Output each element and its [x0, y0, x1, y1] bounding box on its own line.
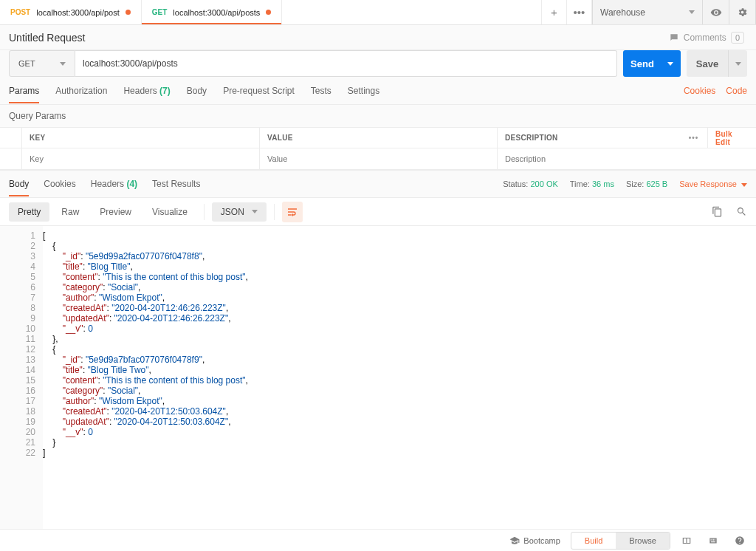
- time-value: 36 ms: [592, 179, 614, 188]
- wrap-lines-icon[interactable]: [282, 202, 303, 222]
- method-badge: POST: [10, 8, 30, 16]
- chevron-down-icon: [735, 62, 741, 66]
- query-params-title: Query Params: [0, 105, 756, 127]
- unsaved-dot-icon: [266, 10, 271, 15]
- save-response-button[interactable]: Save Response: [679, 179, 747, 188]
- tab-tests[interactable]: Tests: [311, 78, 331, 103]
- comments-count: 0: [731, 32, 744, 44]
- environment-quicklook-button[interactable]: [703, 0, 729, 24]
- build-toggle[interactable]: Build: [571, 533, 616, 549]
- save-button[interactable]: Save: [687, 50, 728, 77]
- chevron-down-icon: [741, 183, 747, 187]
- response-tab-body[interactable]: Body: [9, 171, 29, 196]
- tab-url: localhost:3000/api/posts: [173, 8, 260, 17]
- request-tab[interactable]: GETlocalhost:3000/api/posts: [142, 0, 283, 24]
- request-tabs: POSTlocalhost:3000/api/postGETlocalhost:…: [0, 0, 542, 24]
- tab-url: localhost:3000/api/post: [36, 8, 120, 17]
- key-header: KEY: [22, 128, 260, 148]
- environment-name: Warehouse: [600, 7, 645, 18]
- copy-icon[interactable]: [712, 206, 723, 217]
- response-tab-testresults[interactable]: Test Results: [152, 171, 200, 196]
- view-visualize[interactable]: Visualize: [143, 202, 196, 222]
- comments-label: Comments: [684, 32, 726, 43]
- chevron-down-icon: [689, 10, 695, 14]
- tab-menu-button[interactable]: •••: [567, 0, 592, 24]
- view-raw[interactable]: Raw: [52, 202, 88, 222]
- environment-select[interactable]: Warehouse: [592, 0, 703, 24]
- code-link[interactable]: Code: [726, 86, 747, 96]
- help-icon[interactable]: [729, 533, 750, 549]
- description-header: DESCRIPTION: [498, 128, 680, 148]
- chevron-down-icon: [60, 62, 66, 66]
- request-tab[interactable]: POSTlocalhost:3000/api/post: [0, 0, 142, 24]
- comment-icon: [669, 32, 679, 43]
- http-method-select[interactable]: GET: [9, 50, 75, 77]
- param-value-input[interactable]: [267, 154, 489, 163]
- bootcamp-button[interactable]: Bootcamp: [505, 535, 565, 546]
- tab-settings[interactable]: Settings: [348, 78, 379, 103]
- tab-body[interactable]: Body: [187, 78, 207, 103]
- tab-headers[interactable]: Headers (7): [123, 78, 170, 103]
- request-title[interactable]: Untitled Request: [9, 32, 86, 44]
- response-tab-cookies[interactable]: Cookies: [44, 171, 75, 196]
- request-url-input[interactable]: [75, 50, 617, 77]
- tab-prerequest[interactable]: Pre-request Script: [223, 78, 295, 103]
- response-body[interactable]: [ { "_id": "5e9d99a2fac077076f0478f8", "…: [43, 226, 248, 529]
- more-icon[interactable]: •••: [680, 128, 708, 148]
- cookies-link[interactable]: Cookies: [684, 86, 715, 96]
- param-key-input[interactable]: [30, 154, 252, 163]
- search-icon[interactable]: [736, 206, 747, 217]
- comments-button[interactable]: Comments 0: [669, 32, 744, 44]
- size-value: 625 B: [646, 179, 667, 188]
- value-header: VALUE: [260, 128, 498, 148]
- bulk-edit-link[interactable]: Bulk Edit: [708, 128, 756, 148]
- format-select[interactable]: JSON: [212, 202, 267, 222]
- response-tab-headers[interactable]: Headers (4): [91, 171, 137, 196]
- param-description-input[interactable]: [505, 154, 673, 163]
- tab-params[interactable]: Params: [9, 78, 39, 103]
- method-badge: GET: [152, 8, 168, 16]
- tab-authorization[interactable]: Authorization: [55, 78, 107, 103]
- settings-icon[interactable]: [729, 0, 756, 24]
- keyboard-icon[interactable]: [703, 533, 724, 549]
- browse-toggle[interactable]: Browse: [616, 533, 670, 549]
- line-gutter: 12345678910111213141516171819202122: [0, 226, 43, 529]
- graduation-cap-icon: [509, 535, 520, 546]
- chevron-down-icon: [252, 210, 258, 213]
- view-pretty[interactable]: Pretty: [9, 202, 49, 222]
- save-dropdown[interactable]: [728, 50, 747, 77]
- view-preview[interactable]: Preview: [91, 202, 140, 222]
- unsaved-dot-icon: [126, 10, 131, 15]
- new-tab-button[interactable]: +: [542, 0, 567, 24]
- chevron-down-icon: [667, 62, 673, 66]
- two-pane-icon[interactable]: [676, 533, 697, 549]
- send-button[interactable]: Send: [623, 50, 681, 77]
- status-value: 200 OK: [530, 179, 557, 188]
